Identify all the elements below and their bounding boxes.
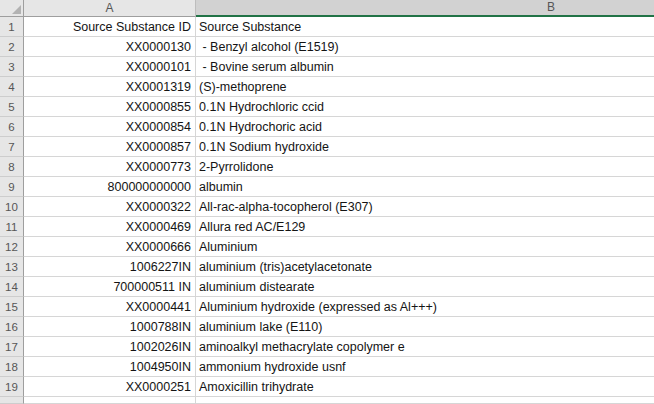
cell-B2[interactable]: - Benzyl alcohol (E1519)	[196, 37, 654, 57]
select-all-button[interactable]	[0, 0, 24, 17]
spreadsheet-row: 15XX0000441Aluminium hydroxide (expresse…	[0, 297, 654, 317]
spreadsheet-row: 20	[0, 397, 654, 404]
cell-A10[interactable]: XX0000322	[24, 197, 196, 217]
cell-A19[interactable]: XX0000251	[24, 377, 196, 397]
cell-A17[interactable]: 1002026IN	[24, 337, 196, 357]
column-header-b-label: B	[544, 0, 558, 15]
cell-B20[interactable]	[196, 397, 654, 404]
cell-A5[interactable]: XX0000855	[24, 97, 196, 117]
spreadsheet-row: 181004950INammonium hydroxide usnf	[0, 357, 654, 377]
row-header-6[interactable]: 6	[0, 117, 24, 137]
row-number: 2	[8, 41, 14, 53]
cell-B14[interactable]: aluminium distearate	[196, 277, 654, 297]
spreadsheet-row: 161000788INaluminium lake (E110)	[0, 317, 654, 337]
cell-A11[interactable]: XX0000469	[24, 217, 196, 237]
grid-body: 1Source Substance IDSource Substance2XX0…	[0, 17, 654, 404]
cell-B17[interactable]: aminoalkyl methacrylate copolymer e	[196, 337, 654, 357]
cell-B12[interactable]: Aluminium	[196, 237, 654, 257]
row-header-20[interactable]: 20	[0, 397, 24, 404]
row-header-9[interactable]: 9	[0, 177, 24, 197]
cell-A4[interactable]: XX0001319	[24, 77, 196, 97]
spreadsheet-row: 10XX0000322All-rac-alpha-tocopherol (E30…	[0, 197, 654, 217]
cell-A1[interactable]: Source Substance ID	[24, 17, 196, 37]
spreadsheet-row: 171002026INaminoalkyl methacrylate copol…	[0, 337, 654, 357]
cell-B9[interactable]: albumin	[196, 177, 654, 197]
row-header-12[interactable]: 12	[0, 237, 24, 257]
spreadsheet-row: 5XX00008550.1N Hydrochloric ccid	[0, 97, 654, 117]
row-number: 7	[8, 141, 14, 153]
cell-B16[interactable]: aluminium lake (E110)	[196, 317, 654, 337]
spreadsheet-row: 12XX0000666Aluminium	[0, 237, 654, 257]
spreadsheet-row: 14700000511 INaluminium distearate	[0, 277, 654, 297]
cell-B8[interactable]: 2-Pyrrolidone	[196, 157, 654, 177]
row-number: 10	[5, 201, 18, 213]
cell-A9[interactable]: 800000000000	[24, 177, 196, 197]
row-header-4[interactable]: 4	[0, 77, 24, 97]
spreadsheet-row: 8XX00007732-Pyrrolidone	[0, 157, 654, 177]
cell-A6[interactable]: XX0000854	[24, 117, 196, 137]
cell-B11[interactable]: Allura red AC/E129	[196, 217, 654, 237]
cell-A16[interactable]: 1000788IN	[24, 317, 196, 337]
cell-A7[interactable]: XX0000857	[24, 137, 196, 157]
row-header-5[interactable]: 5	[0, 97, 24, 117]
row-header-13[interactable]: 13	[0, 257, 24, 277]
cell-B4[interactable]: (S)-methoprene	[196, 77, 654, 97]
row-header-19[interactable]: 19	[0, 377, 24, 397]
cell-A20[interactable]	[24, 397, 196, 404]
row-number: 16	[5, 321, 18, 333]
cell-A14[interactable]: 700000511 IN	[24, 277, 196, 297]
row-number: 11	[6, 221, 18, 233]
row-header-8[interactable]: 8	[0, 157, 24, 177]
row-number: 13	[5, 261, 18, 273]
cell-B7[interactable]: 0.1N Sodium hydroxide	[196, 137, 654, 157]
cell-B3[interactable]: - Bovine serum albumin	[196, 57, 654, 77]
row-number: 3	[8, 61, 14, 73]
row-header-1[interactable]: 1	[0, 17, 24, 37]
cell-B15[interactable]: Aluminium hydroxide (expressed as Al+++)	[196, 297, 654, 317]
spreadsheet-row: 9800000000000albumin	[0, 177, 654, 197]
row-number: 17	[5, 341, 18, 353]
cell-B6[interactable]: 0.1N Hydrochoric acid	[196, 117, 654, 137]
cell-A2[interactable]: XX0000130	[24, 37, 196, 57]
column-header-b[interactable]: B	[196, 0, 654, 17]
row-number: 12	[5, 241, 18, 253]
row-number: 4	[8, 81, 14, 93]
spreadsheet-row: 131006227INaluminium (tris)acetylacetona…	[0, 257, 654, 277]
row-header-18[interactable]: 18	[0, 357, 24, 377]
select-all-triangle-icon	[12, 5, 21, 14]
cell-A18[interactable]: 1004950IN	[24, 357, 196, 377]
cell-B18[interactable]: ammonium hydroxide usnf	[196, 357, 654, 377]
cell-A3[interactable]: XX0000101	[24, 57, 196, 77]
row-number: 6	[8, 121, 14, 133]
row-header-3[interactable]: 3	[0, 57, 24, 77]
cell-A13[interactable]: 1006227IN	[24, 257, 196, 277]
row-header-2[interactable]: 2	[0, 37, 24, 57]
row-number: 14	[5, 281, 18, 293]
column-header-a[interactable]: A	[24, 0, 196, 17]
row-header-14[interactable]: 14	[0, 277, 24, 297]
row-header-15[interactable]: 15	[0, 297, 24, 317]
spreadsheet-row: 11XX0000469Allura red AC/E129	[0, 217, 654, 237]
cell-A8[interactable]: XX0000773	[24, 157, 196, 177]
spreadsheet-row: 4XX0001319(S)-methoprene	[0, 77, 654, 97]
cell-A12[interactable]: XX0000666	[24, 237, 196, 257]
row-number: 1	[8, 21, 14, 33]
cell-B5[interactable]: 0.1N Hydrochloric ccid	[196, 97, 654, 117]
cell-B13[interactable]: aluminium (tris)acetylacetonate	[196, 257, 654, 277]
row-header-11[interactable]: 11	[0, 217, 24, 237]
cell-B1[interactable]: Source Substance	[196, 17, 654, 37]
spreadsheet-row: 3XX0000101 - Bovine serum albumin	[0, 57, 654, 77]
cell-B10[interactable]: All-rac-alpha-tocopherol (E307)	[196, 197, 654, 217]
spreadsheet-row: 6XX00008540.1N Hydrochoric acid	[0, 117, 654, 137]
row-number: 8	[8, 161, 14, 173]
spreadsheet-row: 7XX00008570.1N Sodium hydroxide	[0, 137, 654, 157]
row-number: 19	[5, 381, 18, 393]
cell-B19[interactable]: Amoxicillin trihydrate	[196, 377, 654, 397]
row-header-7[interactable]: 7	[0, 137, 24, 157]
spreadsheet-row: 19XX0000251Amoxicillin trihydrate	[0, 377, 654, 397]
row-header-17[interactable]: 17	[0, 337, 24, 357]
row-header-10[interactable]: 10	[0, 197, 24, 217]
cell-A15[interactable]: XX0000441	[24, 297, 196, 317]
row-header-16[interactable]: 16	[0, 317, 24, 337]
spreadsheet-row: 2XX0000130 - Benzyl alcohol (E1519)	[0, 37, 654, 57]
